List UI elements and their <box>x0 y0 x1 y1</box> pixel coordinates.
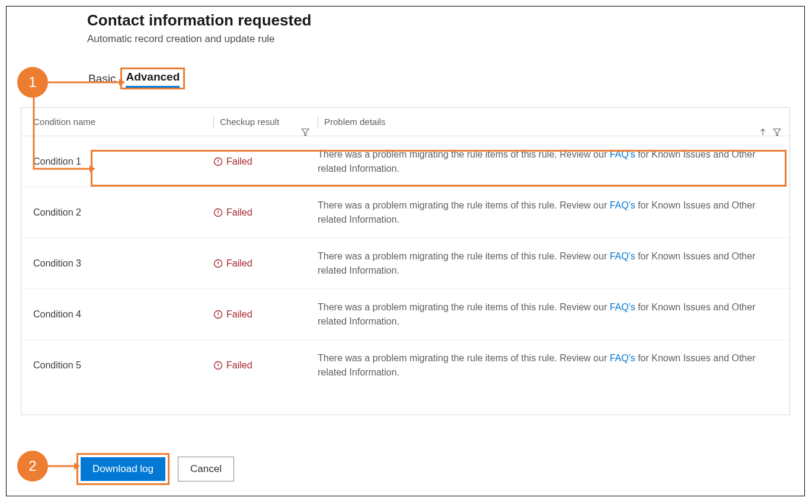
table-row[interactable]: Condition 5FailedThere was a problem mig… <box>21 340 789 391</box>
annotation-callout-1: 1 <box>17 67 48 98</box>
faq-link[interactable]: FAQ's <box>610 353 635 363</box>
cancel-button[interactable]: Cancel <box>178 457 234 481</box>
svg-point-2 <box>218 163 218 163</box>
page-subtitle: Automatic record creation and update rul… <box>87 33 804 45</box>
detail-text-pre: There was a problem migrating the rule i… <box>318 149 610 159</box>
result-label: Failed <box>226 360 252 371</box>
tab-basic[interactable]: Basic <box>87 70 117 88</box>
checkup-result-cell: Failed <box>213 360 318 371</box>
condition-name-cell: Condition 1 <box>21 156 213 167</box>
annotation-highlight-tab: Advanced <box>120 68 185 89</box>
error-icon <box>213 361 223 370</box>
result-label: Failed <box>226 156 252 167</box>
column-header-condition-name[interactable]: Condition name <box>21 117 213 127</box>
page-header: Contact information requested Automatic … <box>7 11 804 45</box>
faq-link[interactable]: FAQ's <box>610 149 635 159</box>
table-spacer <box>21 391 789 415</box>
column-separator <box>318 116 318 128</box>
filter-icon[interactable] <box>301 128 309 136</box>
problem-details-cell: There was a problem migrating the rule i… <box>318 343 789 388</box>
result-label: Failed <box>226 309 252 320</box>
checkup-result-cell: Failed <box>213 258 318 269</box>
detail-text-pre: There was a problem migrating the rule i… <box>318 353 610 363</box>
annotation-highlight-download: Download log <box>76 453 170 485</box>
problem-details-cell: There was a problem migrating the rule i… <box>318 292 789 337</box>
table-row[interactable]: Condition 1FailedThere was a problem mig… <box>21 136 789 187</box>
annotation-callout-2: 2 <box>17 451 48 481</box>
conditions-table: Condition name Checkup result Problem de… <box>21 107 790 415</box>
faq-link[interactable]: FAQ's <box>610 302 635 312</box>
error-icon <box>213 259 223 268</box>
column-header-problem-details[interactable]: Problem details <box>318 116 789 128</box>
problem-details-cell: There was a problem migrating the rule i… <box>318 139 789 184</box>
detail-text-pre: There was a problem migrating the rule i… <box>318 200 610 210</box>
tabs: Basic Advanced <box>7 68 804 89</box>
app-frame: Contact information requested Automatic … <box>6 6 805 496</box>
filter-icon[interactable] <box>773 128 781 136</box>
error-icon <box>213 157 223 166</box>
result-label: Failed <box>226 207 252 218</box>
annotation-arrow-icon <box>48 461 80 471</box>
column-header-checkup-result[interactable]: Checkup result <box>213 116 318 128</box>
detail-text-pre: There was a problem migrating the rule i… <box>318 302 610 312</box>
detail-text-pre: There was a problem migrating the rule i… <box>318 251 610 261</box>
svg-point-11 <box>218 316 218 316</box>
problem-details-cell: There was a problem migrating the rule i… <box>318 190 789 235</box>
svg-point-8 <box>218 265 218 265</box>
page-title: Contact information requested <box>87 11 804 30</box>
faq-link[interactable]: FAQ's <box>610 200 635 210</box>
tab-advanced[interactable]: Advanced <box>126 70 180 88</box>
column-separator <box>213 116 214 128</box>
faq-link[interactable]: FAQ's <box>610 251 635 261</box>
result-label: Failed <box>226 258 252 269</box>
table-row[interactable]: Condition 2FailedThere was a problem mig… <box>21 187 789 238</box>
download-log-button[interactable]: Download log <box>81 457 165 481</box>
condition-name-cell: Condition 2 <box>21 207 213 218</box>
column-label: Problem details <box>324 117 385 127</box>
condition-name-cell: Condition 4 <box>21 309 213 320</box>
problem-details-cell: There was a problem migrating the rule i… <box>318 241 789 286</box>
column-label: Condition name <box>33 117 95 127</box>
error-icon <box>213 310 223 319</box>
condition-name-cell: Condition 5 <box>21 360 213 371</box>
column-label: Checkup result <box>220 117 279 127</box>
checkup-result-cell: Failed <box>213 156 318 167</box>
table-row[interactable]: Condition 4FailedThere was a problem mig… <box>21 289 789 340</box>
sort-asc-icon[interactable] <box>759 128 767 136</box>
table-row[interactable]: Condition 3FailedThere was a problem mig… <box>21 238 789 289</box>
error-icon <box>213 208 223 217</box>
button-bar: Download log Cancel <box>76 453 234 485</box>
svg-point-14 <box>218 367 218 368</box>
condition-name-cell: Condition 3 <box>21 258 213 269</box>
checkup-result-cell: Failed <box>213 309 318 320</box>
table-header-row: Condition name Checkup result Problem de… <box>21 108 789 136</box>
checkup-result-cell: Failed <box>213 207 318 218</box>
svg-point-5 <box>218 214 218 214</box>
